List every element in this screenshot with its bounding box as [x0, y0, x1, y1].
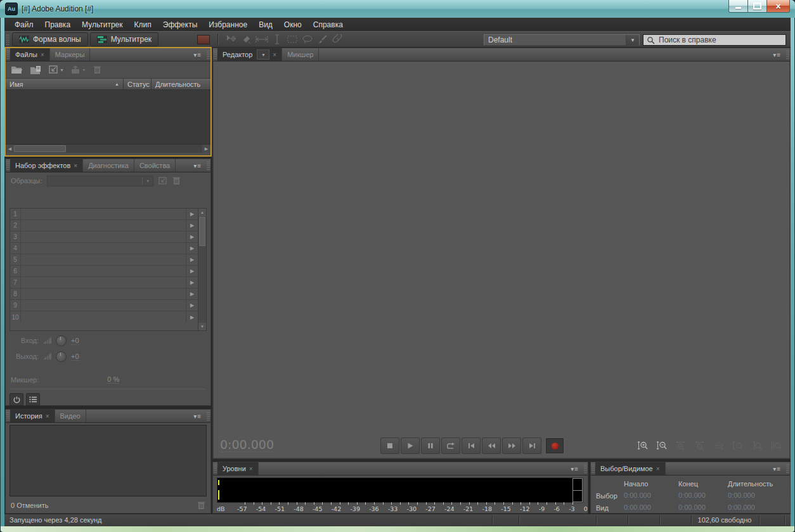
files-hscrollbar[interactable]: ◀ ▶	[6, 145, 210, 153]
panel-grip[interactable]	[591, 464, 595, 473]
editor-canvas[interactable]: 0:00.000	[214, 62, 789, 458]
panel-grip[interactable]	[6, 412, 10, 420]
rack-slot-row[interactable]: 3▶	[10, 231, 198, 243]
tab-video[interactable]: Видео	[55, 410, 86, 422]
panel-grip[interactable]	[214, 50, 217, 59]
rack-slot-row[interactable]: 1▶	[10, 209, 198, 220]
menu-view[interactable]: Вид	[253, 18, 278, 31]
tab-effects-rack[interactable]: Набор эффектов ×	[10, 159, 83, 172]
tab-properties[interactable]: Свойства	[134, 159, 176, 172]
column-status[interactable]: Статус	[124, 79, 152, 89]
zoom-out-vertical-button[interactable]	[653, 439, 671, 453]
rack-vscrollbar[interactable]: ▲ ▼	[198, 209, 206, 330]
time-display[interactable]: 0:00.000	[220, 438, 274, 452]
menu-window[interactable]: Окно	[278, 18, 307, 31]
panel-menu-icon[interactable]: ▾≡	[566, 462, 583, 475]
insert-to-multitrack-icon[interactable]: ▼	[49, 65, 64, 74]
tab-files[interactable]: Файлы ×	[10, 48, 50, 61]
menu-edit[interactable]: Правка	[39, 18, 77, 31]
record-button[interactable]	[545, 438, 564, 454]
history-list[interactable]	[10, 425, 207, 496]
slot-arrow-icon[interactable]: ▶	[186, 311, 198, 323]
zoom-in-horizontal-button[interactable]	[672, 439, 690, 453]
panel-grip[interactable]	[214, 464, 217, 473]
panel-menu-icon[interactable]: ▾≡	[189, 159, 206, 172]
rack-slot-row[interactable]: 10▶	[10, 311, 198, 323]
panel-grip[interactable]	[207, 50, 210, 59]
panel-menu-icon[interactable]: ▾≡	[768, 462, 785, 475]
rack-list-button[interactable]	[26, 393, 40, 406]
selection-start-value[interactable]: 0:00.000	[624, 491, 651, 500]
scroll-up-icon[interactable]: ▲	[198, 209, 206, 216]
rack-slot-row[interactable]: 6▶	[10, 266, 198, 277]
rack-slot-row[interactable]: 4▶	[10, 243, 198, 254]
zoom-to-selection-button[interactable]	[767, 439, 785, 453]
scroll-right-icon[interactable]: ▶	[202, 145, 210, 153]
minimize-button[interactable]	[728, 0, 748, 13]
tab-diagnostics[interactable]: Диагностика	[83, 159, 134, 172]
view-end-value[interactable]: 0:00.000	[678, 503, 706, 512]
close-icon[interactable]: ×	[41, 51, 44, 58]
marquee-tool-icon[interactable]	[285, 33, 300, 46]
brush-tool-icon[interactable]	[315, 33, 330, 46]
output-gain-knob[interactable]	[56, 351, 67, 362]
zoom-in-vertical-button[interactable]	[634, 439, 652, 453]
panel-grip[interactable]	[207, 412, 210, 420]
ibeam-tool-icon[interactable]	[269, 33, 285, 46]
tab-mixer[interactable]: Микшер	[282, 48, 319, 61]
zoom-to-in-point-button[interactable]	[729, 439, 747, 453]
rack-slot-row[interactable]: 8▶	[10, 289, 198, 300]
zoom-out-horizontal-button[interactable]	[691, 439, 709, 453]
slot-arrow-icon[interactable]: ▶	[186, 289, 198, 299]
slot-arrow-icon[interactable]: ▶	[186, 209, 198, 219]
slot-arrow-icon[interactable]: ▶	[186, 220, 198, 231]
close-icon[interactable]: ×	[273, 51, 276, 58]
close-icon[interactable]: ×	[46, 413, 49, 420]
rack-power-button[interactable]	[10, 393, 23, 406]
input-gain-value[interactable]: +0	[71, 337, 79, 345]
files-list[interactable]	[6, 90, 210, 145]
tab-selection-view[interactable]: Выбор/Видимое ×	[595, 462, 666, 475]
title-bar[interactable]: Au [#] Adobe Audition [#] ×	[0, 0, 795, 18]
slot-arrow-icon[interactable]: ▶	[186, 300, 198, 311]
panel-menu-icon[interactable]: ▾≡	[189, 48, 206, 61]
panel-grip[interactable]	[6, 161, 10, 170]
stop-button[interactable]	[380, 438, 399, 454]
column-duration[interactable]: Длительность	[152, 79, 210, 89]
open-file-icon[interactable]	[11, 65, 23, 74]
view-start-value[interactable]: 0:00.000	[624, 503, 651, 512]
panel-grip[interactable]	[786, 50, 789, 59]
menu-help[interactable]: Справка	[307, 18, 349, 31]
scrollbar-thumb[interactable]	[199, 217, 205, 246]
presets-dropdown[interactable]: ▼	[47, 176, 153, 186]
input-gain-knob[interactable]	[56, 335, 67, 346]
export-file-icon[interactable]: ▼	[71, 65, 86, 74]
tab-levels[interactable]: Уровни ×	[217, 462, 259, 475]
slot-arrow-icon[interactable]: ▶	[186, 254, 198, 265]
rack-slot-row[interactable]: 5▶	[10, 254, 198, 266]
output-gain-value[interactable]: +0	[71, 353, 79, 361]
panel-menu-icon[interactable]: ▾≡	[768, 48, 785, 61]
import-file-icon[interactable]	[30, 65, 42, 75]
tab-markers[interactable]: Маркеры	[50, 48, 91, 61]
zoom-reset-button[interactable]	[710, 439, 728, 453]
pause-button[interactable]	[421, 438, 440, 454]
panel-grip[interactable]	[207, 161, 210, 170]
loop-button[interactable]	[441, 438, 460, 454]
slot-arrow-icon[interactable]: ▶	[186, 231, 198, 242]
go-to-end-button[interactable]	[522, 438, 541, 454]
tab-history[interactable]: История ×	[10, 410, 55, 422]
rack-slot-row[interactable]: 2▶	[10, 220, 198, 231]
panel-grip[interactable]	[6, 50, 10, 59]
menu-effects[interactable]: Эффекты	[157, 18, 204, 31]
level-meter[interactable]	[217, 477, 583, 503]
view-duration-value[interactable]: 0:00.000	[728, 503, 755, 512]
menu-clip[interactable]: Клип	[129, 18, 157, 31]
razor-tool-icon[interactable]	[239, 33, 254, 46]
healing-brush-tool-icon[interactable]	[330, 33, 346, 46]
close-icon[interactable]: ×	[74, 162, 77, 169]
close-icon[interactable]: ×	[249, 465, 253, 472]
maximize-button[interactable]	[748, 0, 767, 13]
go-to-start-button[interactable]	[462, 438, 481, 454]
move-tool-icon[interactable]	[224, 33, 239, 46]
